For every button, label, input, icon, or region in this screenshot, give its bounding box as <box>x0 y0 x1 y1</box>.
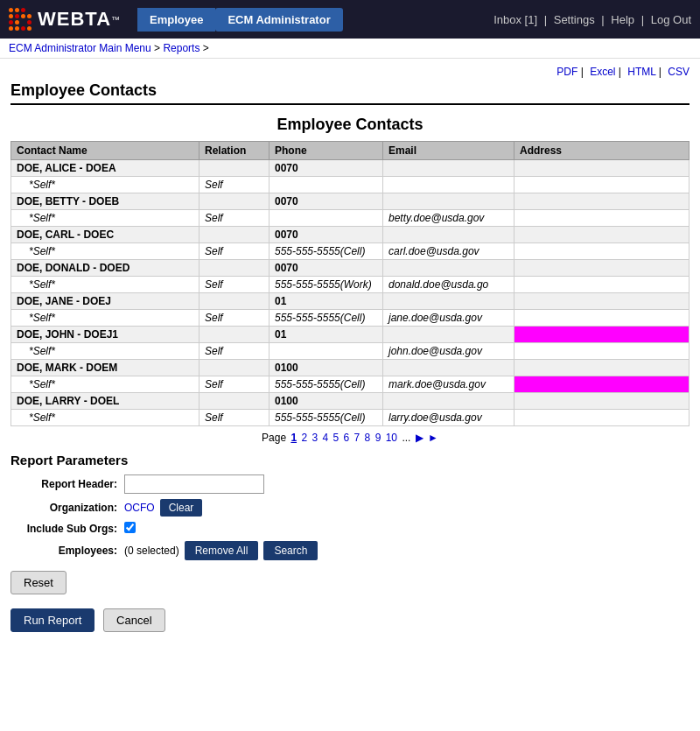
table-row: *Self*Self555-555-5555(Work)donald.doe@u… <box>11 277 690 293</box>
logo-tm: ™ <box>111 15 120 25</box>
table-row: DOE, LARRY - DOEL0100 <box>11 393 690 410</box>
clear-button[interactable]: Clear <box>160 499 203 517</box>
page-5-link[interactable]: 5 <box>333 432 340 444</box>
contact-name: *Self* <box>11 376 200 393</box>
report-header-row: Report Header: <box>10 474 690 494</box>
logo-text: WEBTA <box>38 8 111 31</box>
employee-name: DOE, LARRY - DOEL <box>11 393 200 410</box>
cancel-button[interactable]: Cancel <box>103 608 164 632</box>
page-10-link[interactable]: 10 <box>386 432 397 444</box>
employee-name: DOE, JOHN - DOEJ1 <box>11 327 200 343</box>
include-sub-orgs-label: Include Sub Orgs: <box>10 523 124 535</box>
col-contact-name: Contact Name <box>11 142 200 160</box>
search-button[interactable]: Search <box>263 541 318 560</box>
employee-phone: 0100 <box>270 393 383 410</box>
page-7-link[interactable]: 7 <box>354 432 360 444</box>
contact-name: *Self* <box>11 277 200 293</box>
excel-export-link[interactable]: Excel <box>590 66 615 78</box>
employee-name: DOE, CARL - DOEC <box>11 227 200 243</box>
employee-phone: 0100 <box>270 360 383 376</box>
table-row: DOE, ALICE - DOEA0070 <box>11 160 690 177</box>
page-next-link[interactable]: ▶ <box>416 432 424 444</box>
table-row: DOE, DONALD - DOED0070 <box>11 260 690 277</box>
csv-export-link[interactable]: CSV <box>668 66 690 78</box>
employee-name: DOE, DONALD - DOED <box>11 260 200 277</box>
organization-label: Organization: <box>10 502 124 514</box>
col-email: Email <box>383 142 514 160</box>
contact-name: *Self* <box>11 410 200 426</box>
breadcrumb: ECM Administrator Main Menu > Reports > <box>0 39 700 59</box>
employee-phone: 0070 <box>270 160 383 177</box>
employee-name: DOE, ALICE - DOEA <box>11 160 200 177</box>
col-address: Address <box>514 142 690 160</box>
employees-count: (0 selected) <box>124 545 179 557</box>
report-title: Employee Contacts <box>10 116 690 134</box>
pdf-export-link[interactable]: PDF <box>556 66 578 78</box>
report-header-label: Report Header: <box>10 478 124 490</box>
top-navigation: WEBTA™ Employee ECM Administrator Inbox … <box>0 0 700 39</box>
employees-label: Employees: <box>10 545 124 557</box>
report-container: Employee Contacts Contact Name Relation … <box>10 116 690 444</box>
table-row: *Self*Self555-555-5555(Cell)larry.doe@us… <box>11 410 690 426</box>
help-link[interactable]: Help <box>611 13 634 26</box>
organization-value[interactable]: OCFO <box>124 502 155 514</box>
logo-dots-icon <box>9 8 32 32</box>
include-sub-orgs-checkbox[interactable] <box>124 522 136 533</box>
col-phone: Phone <box>270 142 383 160</box>
nav-right-links: Inbox [1] | Settings | Help | Log Out <box>494 13 691 26</box>
export-links: PDF | Excel | HTML | CSV <box>10 66 690 78</box>
organization-row: Organization: OCFO Clear <box>10 499 690 517</box>
employee-name: DOE, BETTY - DOEB <box>11 193 200 210</box>
employee-phone: 0070 <box>270 193 383 210</box>
pagination: Page 1 2 3 4 5 6 7 8 9 10 ... ▶ ► <box>10 432 690 444</box>
include-sub-orgs-checkbox-container <box>124 522 139 536</box>
report-parameters: Report Parameters Report Header: Organiz… <box>10 453 690 560</box>
reset-button[interactable]: Reset <box>10 571 66 594</box>
table-row: *Self*Selfjohn.doe@usda.gov <box>11 343 690 360</box>
employee-name: DOE, MARK - DOEM <box>11 360 200 376</box>
html-export-link[interactable]: HTML <box>627 66 655 78</box>
logout-link[interactable]: Log Out <box>651 13 691 26</box>
run-report-button[interactable]: Run Report <box>10 608 94 632</box>
contact-name: *Self* <box>11 210 200 227</box>
breadcrumb-reports-link[interactable]: Reports <box>163 42 200 54</box>
employee-phone: 01 <box>270 327 383 343</box>
page-content: PDF | Excel | HTML | CSV Employee Contac… <box>0 59 700 639</box>
table-row: *Self*Self555-555-5555(Cell)jane.doe@usd… <box>11 310 690 327</box>
page-title: Employee Contacts <box>10 81 690 105</box>
settings-link[interactable]: Settings <box>554 13 595 26</box>
report-header-input[interactable] <box>124 474 264 494</box>
action-buttons: Reset Run Report Cancel <box>10 571 690 632</box>
table-row: *Self*Self <box>11 177 690 193</box>
remove-all-button[interactable]: Remove All <box>185 541 259 560</box>
breadcrumb-ecm-link[interactable]: ECM Administrator Main Menu <box>9 42 151 54</box>
table-row: *Self*Self555-555-5555(Cell)carl.doe@usd… <box>11 243 690 260</box>
page-3-link[interactable]: 3 <box>312 432 318 444</box>
contact-name: *Self* <box>11 243 200 260</box>
employee-name: DOE, JANE - DOEJ <box>11 293 200 310</box>
page-2-link[interactable]: 2 <box>301 432 307 444</box>
page-8-link[interactable]: 8 <box>365 432 371 444</box>
report-params-title: Report Parameters <box>10 453 690 467</box>
employee-nav-button[interactable]: Employee <box>137 8 215 32</box>
col-relation: Relation <box>200 142 270 160</box>
employees-row: Employees: (0 selected) Remove All Searc… <box>10 541 690 560</box>
page-4-link[interactable]: 4 <box>322 432 328 444</box>
logo: WEBTA™ <box>9 8 120 32</box>
page-9-link[interactable]: 9 <box>375 432 382 444</box>
table-row: DOE, JOHN - DOEJ101 <box>11 327 690 343</box>
employee-phone: 0070 <box>270 260 383 277</box>
table-row: DOE, CARL - DOEC0070 <box>11 227 690 243</box>
page-1-link[interactable]: 1 <box>290 432 297 444</box>
table-row: *Self*Self555-555-5555(Cell)mark.doe@usd… <box>11 376 690 393</box>
inbox-link[interactable]: Inbox [1] <box>494 13 537 26</box>
table-row: DOE, JANE - DOEJ01 <box>11 293 690 310</box>
ecm-admin-nav-button[interactable]: ECM Administrator <box>215 8 342 32</box>
page-last-link[interactable]: ► <box>428 432 438 444</box>
table-row: *Self*Selfbetty.doe@usda.gov <box>11 210 690 227</box>
employee-phone: 0070 <box>270 227 383 243</box>
table-row: DOE, MARK - DOEM0100 <box>11 360 690 376</box>
contact-name: *Self* <box>11 177 200 193</box>
page-6-link[interactable]: 6 <box>344 432 350 444</box>
include-sub-orgs-row: Include Sub Orgs: <box>10 522 690 536</box>
